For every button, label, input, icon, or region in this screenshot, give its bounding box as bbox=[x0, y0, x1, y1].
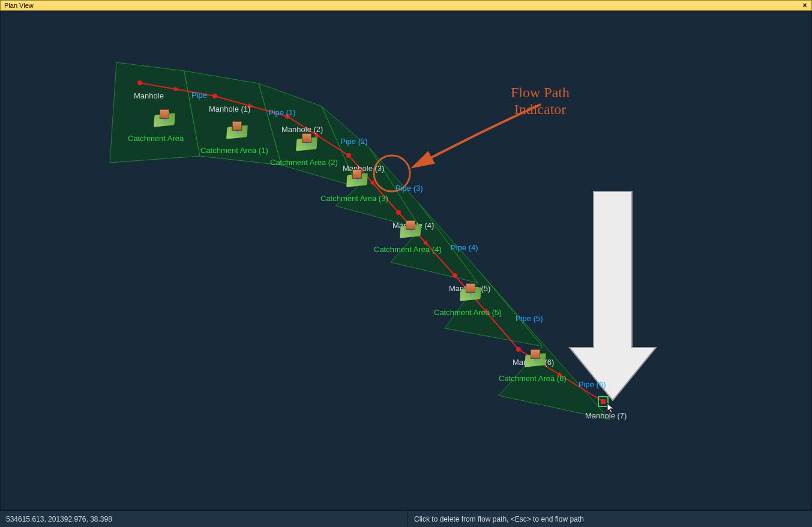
status-bar: 534615.613, 201392.976, 38.398 Click to … bbox=[0, 510, 812, 527]
status-hint: Click to delete from flow path, <Esc> to… bbox=[408, 515, 584, 523]
annotation-line1: Flow Path bbox=[511, 85, 570, 101]
selection-box-center bbox=[601, 399, 606, 404]
annotation-line2: Indicator bbox=[511, 101, 570, 118]
manhole-node[interactable] bbox=[346, 153, 351, 158]
manhole-node[interactable] bbox=[212, 94, 217, 98]
manhole-node[interactable] bbox=[137, 80, 142, 85]
catchment-polygon[interactable] bbox=[419, 203, 543, 346]
manhole-node[interactable] bbox=[453, 273, 457, 278]
window-title: Plan View bbox=[4, 2, 34, 9]
status-coordinates: 534615.613, 201392.976, 38.398 bbox=[0, 511, 408, 527]
annotation-text: Flow Path Indicator bbox=[511, 85, 570, 118]
catchment-polygon[interactable] bbox=[478, 270, 610, 420]
plan-svg-layer bbox=[1, 11, 812, 511]
catchment-polygon[interactable] bbox=[184, 71, 281, 165]
close-icon[interactable]: × bbox=[801, 1, 809, 10]
manhole-node[interactable] bbox=[396, 210, 401, 215]
manhole-node[interactable] bbox=[516, 347, 521, 352]
manhole-node[interactable] bbox=[285, 114, 290, 119]
window-titlebar: Plan View × bbox=[0, 0, 812, 11]
big-arrow-icon bbox=[570, 191, 656, 400]
plan-view-canvas[interactable]: Flow Path Indicator ManholeManhole (1)Ma… bbox=[0, 11, 812, 510]
